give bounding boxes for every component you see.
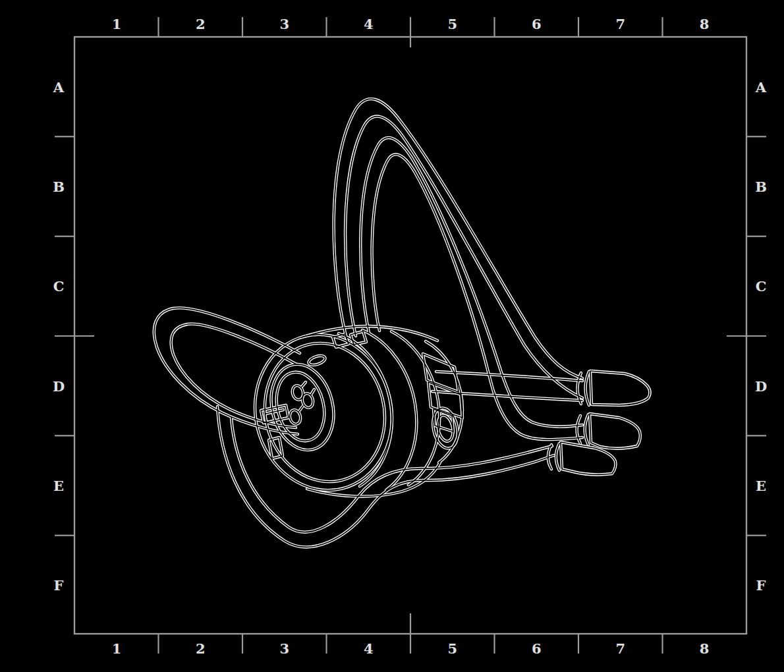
col-label-bottom-3: 3 — [279, 640, 289, 657]
col-label-top-1: 1 — [112, 16, 122, 32]
row-label-right-A: A — [755, 79, 767, 96]
drawing-core-layer — [154, 99, 650, 547]
col-label-top-5: 5 — [447, 16, 457, 32]
row-label-left-D: D — [53, 378, 65, 395]
col-label-top-7: 7 — [615, 16, 625, 32]
row-label-left-E: E — [53, 478, 64, 494]
technical-drawing — [154, 99, 650, 547]
row-label-right-E: E — [756, 478, 766, 494]
drafting-sheet-svg: 1122334455667788AABBCCDDEEFF — [0, 0, 784, 672]
col-label-top-6: 6 — [532, 16, 542, 32]
row-label-left-C: C — [53, 278, 65, 294]
row-label-left-A: A — [53, 79, 65, 96]
row-label-left-F: F — [54, 577, 64, 594]
row-label-right-F: F — [756, 577, 766, 594]
col-label-bottom-7: 7 — [615, 640, 625, 657]
drawing-sheet: 1122334455667788AABBCCDDEEFF — [0, 0, 784, 672]
grid-labels: 1122334455667788AABBCCDDEEFF — [53, 16, 767, 657]
row-label-right-D: D — [755, 378, 767, 395]
col-label-bottom-8: 8 — [700, 640, 710, 657]
col-label-bottom-1: 1 — [112, 640, 122, 657]
col-label-bottom-4: 4 — [364, 640, 374, 657]
col-label-bottom-6: 6 — [532, 640, 542, 657]
col-label-top-3: 3 — [279, 16, 289, 32]
col-label-top-4: 4 — [364, 16, 374, 32]
row-label-left-B: B — [53, 179, 65, 195]
grid-ticks — [55, 17, 766, 654]
col-label-bottom-2: 2 — [196, 640, 206, 657]
row-label-right-C: C — [756, 278, 767, 294]
drawing-frame — [74, 37, 746, 634]
col-label-top-2: 2 — [196, 16, 206, 32]
col-label-top-8: 8 — [700, 16, 710, 32]
row-label-right-B: B — [755, 179, 767, 195]
drawing-outline-layer — [154, 99, 650, 547]
col-label-bottom-5: 5 — [447, 640, 457, 657]
